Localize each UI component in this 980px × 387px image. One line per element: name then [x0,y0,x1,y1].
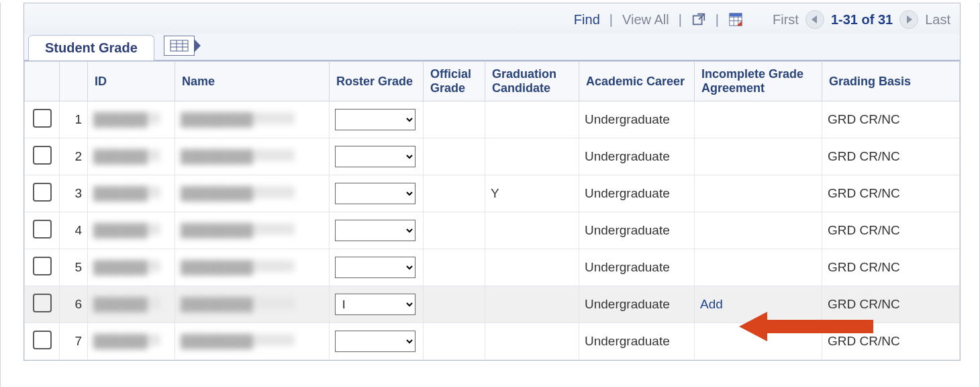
col-incomplete-agreement[interactable]: Incomplete Grade Agreement [695,62,822,101]
last-link[interactable]: Last [925,12,950,28]
roster-grade-select[interactable]: ABCDFICRNC [335,257,415,278]
official-grade-cell [424,249,485,286]
grading-basis-cell: GRD CR/NC [822,101,960,138]
student-id-redacted: ██████ [93,112,160,124]
grading-basis-cell: GRD CR/NC [822,286,960,323]
find-link[interactable]: Find [574,12,600,28]
row-checkbox[interactable] [33,257,52,275]
col-roster-grade[interactable]: Roster Grade [330,62,424,101]
student-id-redacted: ██████ [93,297,160,309]
first-link[interactable]: First [773,12,799,28]
grading-basis-cell: GRD CR/NC [822,249,960,286]
official-grade-cell [424,323,485,360]
student-name-redacted: ████████ [181,223,295,235]
academic-career-cell: Undergraduate [579,101,695,138]
row-number: 5 [60,249,88,286]
student-name-redacted: ████████ [181,149,295,161]
table-row: 6██████████████ABCDFICRNCUndergraduateAd… [25,286,960,323]
student-id-redacted: ██████ [93,223,160,235]
academic-career-cell: Undergraduate [579,323,695,360]
incomplete-cell [695,249,822,286]
svg-rect-11 [170,40,188,51]
svg-marker-10 [907,15,912,24]
col-grading-basis[interactable]: Grading Basis [822,62,960,101]
prev-page-icon[interactable] [805,10,824,29]
next-page-icon[interactable] [899,10,918,29]
official-grade-cell [424,175,485,212]
table-row: 5██████████████ABCDFICRNCUndergraduateGR… [25,249,960,286]
roster-grade-select[interactable]: ABCDFICRNC [335,109,415,130]
academic-career-cell: Undergraduate [579,286,695,323]
table-row: 7██████████████ABCDFICRNCUndergraduateGR… [25,323,960,360]
graduation-candidate-cell: Y [485,175,579,212]
col-name[interactable]: Name [175,62,330,101]
table-row: 2██████████████ABCDFICRNCUndergraduateGR… [25,138,960,175]
table-row: 3██████████████ABCDFICRNCYUndergraduateG… [25,175,960,212]
incomplete-cell [695,175,822,212]
col-official-grade[interactable]: Official Grade [424,62,485,101]
official-grade-cell [424,101,485,138]
popout-icon[interactable] [691,12,706,27]
student-name-redacted: ████████ [181,186,295,198]
svg-marker-9 [812,15,817,24]
graduation-candidate-cell [485,286,579,323]
graduation-candidate-cell [485,101,579,138]
row-number: 3 [60,175,88,212]
col-graduation-candidate[interactable]: Graduation Candidate [485,62,579,101]
separator: | [676,12,685,28]
tab-student-grade[interactable]: Student Grade [28,35,154,60]
graduation-candidate-cell [485,138,579,175]
row-checkbox[interactable] [33,146,52,165]
row-number: 6 [60,286,88,323]
grade-roster-table: ID Name Roster Grade Official Grade Grad… [24,61,960,360]
student-name-redacted: ████████ [181,297,295,309]
col-index [60,62,88,101]
row-number: 2 [60,138,88,175]
incomplete-cell [695,323,822,360]
row-checkbox[interactable] [33,220,52,239]
student-name-redacted: ████████ [181,112,295,124]
grading-basis-cell: GRD CR/NC [822,138,960,175]
table-row: 4██████████████ABCDFICRNCUndergraduateGR… [25,212,960,249]
incomplete-cell [695,101,822,138]
roster-grade-select[interactable]: ABCDFICRNC [335,183,415,204]
official-grade-cell [424,286,485,323]
row-checkbox[interactable] [33,294,52,312]
roster-grade-select[interactable]: ABCDFICRNC [335,146,415,167]
incomplete-add-link[interactable]: Add [700,297,723,311]
row-number: 4 [60,212,88,249]
row-checkbox[interactable] [33,331,52,349]
row-checkbox[interactable] [33,183,52,202]
roster-grade-select[interactable]: ABCDFICRNC [335,294,415,315]
graduation-candidate-cell [485,249,579,286]
separator: | [607,12,616,28]
academic-career-cell: Undergraduate [579,212,695,249]
incomplete-cell [695,212,822,249]
row-checkbox[interactable] [33,109,52,128]
incomplete-cell [695,138,822,175]
grid-settings-icon[interactable] [728,12,743,27]
row-number: 7 [60,323,88,360]
record-counter: 1-31 of 31 [831,12,893,28]
student-id-redacted: ██████ [93,260,160,272]
col-checkbox [25,62,60,101]
graduation-candidate-cell [485,212,579,249]
student-id-redacted: ██████ [93,186,160,198]
grading-basis-cell: GRD CR/NC [822,175,960,212]
roster-grade-select[interactable]: ABCDFICRNC [335,331,415,352]
official-grade-cell [424,138,485,175]
student-id-redacted: ██████ [93,334,160,346]
row-number: 1 [60,101,88,138]
col-academic-career[interactable]: Academic Career [579,62,695,101]
svg-rect-7 [730,13,742,17]
grading-basis-cell: GRD CR/NC [822,323,960,360]
view-all-link[interactable]: View All [622,12,669,28]
tab-bar: Student Grade [24,34,960,61]
col-id[interactable]: ID [88,62,175,101]
separator: | [713,12,722,28]
show-all-columns-icon[interactable] [164,36,195,56]
student-name-redacted: ████████ [181,334,295,346]
student-name-redacted: ████████ [181,260,295,272]
roster-grade-select[interactable]: ABCDFICRNC [335,220,415,241]
student-id-redacted: ██████ [93,149,160,161]
